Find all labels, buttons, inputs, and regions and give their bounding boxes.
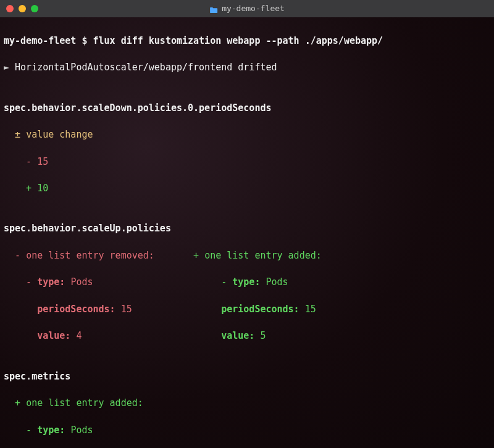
folder-icon — [209, 6, 218, 12]
drift-arrow-icon: ► — [4, 62, 15, 73]
list-removed-label: one list entry removed: — [26, 250, 154, 261]
added-value-value: 5 — [260, 330, 266, 341]
added-entry-bullet: - — [199, 276, 232, 288]
added-type-key: type: — [232, 276, 266, 288]
metrics-type-value: Pods — [70, 425, 93, 436]
diff-old-value: 15 — [37, 156, 48, 167]
added-indent — [188, 304, 221, 315]
added-entry-bullet: - — [4, 425, 37, 436]
removed-periodseconds-key: periodSeconds: — [37, 304, 120, 315]
added-value-key: value: — [221, 330, 260, 341]
window-title: my-demo-fleet — [209, 3, 285, 15]
minimize-window-button[interactable] — [19, 5, 26, 12]
list-added-symbol: + — [4, 397, 26, 409]
added-periodseconds-value: 15 — [305, 304, 316, 315]
added-type-value: Pods — [266, 276, 288, 288]
removed-indent — [4, 330, 37, 341]
window-title-text: my-demo-fleet — [222, 3, 285, 15]
column-gap — [154, 250, 193, 261]
column-gap — [93, 276, 199, 288]
removed-indent — [4, 304, 37, 315]
column-gap — [132, 304, 188, 315]
column-gap — [82, 330, 188, 341]
traffic-lights — [6, 5, 38, 12]
close-window-button[interactable] — [6, 5, 14, 12]
command-text: flux diff kustomization webapp --path ./… — [93, 35, 383, 46]
diff-plus-symbol: + — [4, 183, 37, 194]
diff-new-value: 10 — [37, 183, 48, 194]
value-change-label: value change — [26, 129, 93, 140]
section-heading-scaledown: spec.behavior.scaleDown.policies.0.perio… — [4, 102, 271, 114]
maximize-window-button[interactable] — [31, 5, 38, 12]
terminal-output[interactable]: my-demo-fleet $ flux diff kustomization … — [0, 17, 494, 448]
section-heading-metrics: spec.metrics — [4, 371, 70, 382]
metrics-type-key: type: — [37, 425, 70, 436]
added-indent — [188, 330, 221, 341]
list-added-symbol: + — [193, 250, 204, 261]
list-added-label: one list entry added: — [204, 250, 322, 261]
prompt-prefix: my-demo-fleet $ — [4, 35, 93, 46]
list-added-label: one list entry added: — [26, 397, 143, 409]
removed-periodseconds-value: 15 — [121, 304, 132, 315]
window-titlebar: my-demo-fleet — [0, 0, 494, 17]
value-change-symbol: ± — [4, 129, 26, 140]
added-periodseconds-key: periodSeconds: — [221, 304, 304, 315]
diff-minus-symbol: - — [4, 156, 37, 167]
section-heading-scaleup: spec.behavior.scaleUp.policies — [4, 223, 171, 234]
list-removed-symbol: - — [4, 250, 26, 261]
removed-type-key: type: — [37, 276, 70, 288]
removed-type-value: Pods — [70, 276, 93, 288]
removed-entry-bullet: - — [4, 276, 37, 288]
removed-value-key: value: — [37, 330, 76, 341]
drift-resource-1: HorizontalPodAutoscaler/webapp/frontend … — [15, 62, 277, 73]
